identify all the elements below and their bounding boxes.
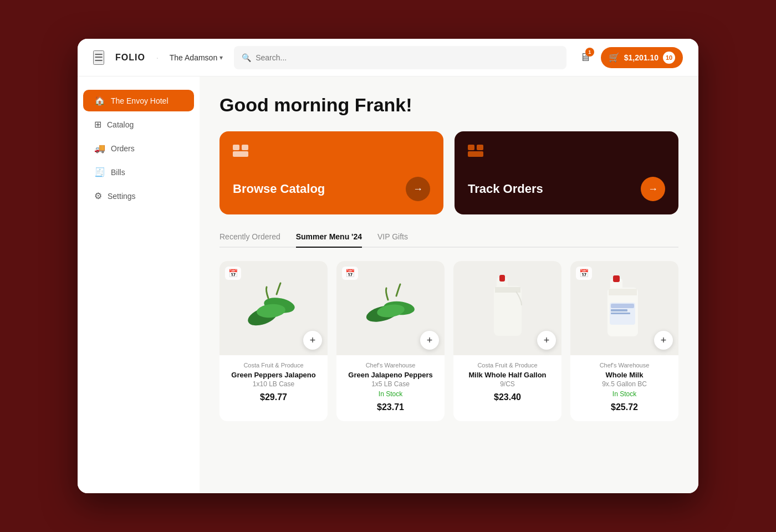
- product-img-1: [238, 269, 310, 347]
- svg-rect-21: [611, 304, 634, 308]
- header-actions: 🖥 1 🛒 $1,201.10 10: [578, 47, 683, 68]
- product-grid: 📅 +: [219, 261, 678, 421]
- sidebar-item-settings[interactable]: ⚙ Settings: [83, 185, 194, 207]
- app-window: ☰ FOLIO · The Adamson ▾ 🔍 🖥 1 🛒 $1,201.1…: [78, 39, 698, 493]
- sidebar-label-orders: Orders: [111, 144, 135, 153]
- add-button-2[interactable]: +: [420, 331, 439, 350]
- product-supplier-1: Costa Fruit & Produce: [227, 362, 320, 369]
- notification-badge: 1: [585, 48, 594, 57]
- sidebar-label-catalog: Catalog: [107, 120, 134, 129]
- product-name-4: Whole Milk: [578, 371, 671, 379]
- sidebar-item-catalog[interactable]: ⊞ Catalog: [83, 114, 194, 135]
- add-button-4[interactable]: +: [654, 331, 673, 350]
- cart-button[interactable]: 🛒 $1,201.10 10: [601, 47, 683, 68]
- track-orders-bottom: Track Orders →: [468, 177, 665, 201]
- browse-catalog-icon: [233, 145, 430, 160]
- product-name-3: Milk Whole Half Gallon: [461, 371, 554, 379]
- product-price-3: $23.40: [461, 392, 554, 402]
- logo-text: FOLIO: [115, 53, 145, 63]
- product-info-4: Chef's Warehouse Whole Milk 9x.5 Gallon …: [570, 355, 678, 412]
- location-label: The Adamson: [170, 53, 217, 62]
- orders-icon: 🚚: [94, 143, 105, 154]
- product-unit-4: 9x.5 Gallon BC: [578, 380, 671, 388]
- product-unit-3: 9/CS: [461, 380, 554, 388]
- search-bar: 🔍: [234, 46, 566, 69]
- product-name-2: Green Jalapeno Peppers: [344, 371, 437, 379]
- schedule-icon-4: 📅: [576, 267, 592, 280]
- product-img-4: [589, 269, 661, 347]
- svg-rect-22: [611, 309, 627, 311]
- home-icon: 🏠: [94, 95, 105, 106]
- product-supplier-2: Chef's Warehouse: [344, 362, 437, 369]
- product-image-wrap-3: +: [453, 261, 561, 355]
- search-icon: 🔍: [242, 53, 251, 62]
- product-price-1: $29.77: [227, 392, 320, 402]
- svg-rect-3: [468, 145, 474, 150]
- sidebar-item-orders[interactable]: 🚚 Orders: [83, 137, 194, 159]
- product-card-4: 📅: [570, 261, 678, 421]
- product-img-2: [355, 269, 427, 347]
- header-divider: ·: [156, 53, 159, 62]
- location-selector[interactable]: The Adamson ▾: [170, 53, 223, 62]
- sidebar-label-home: The Envoy Hotel: [111, 96, 169, 105]
- cart-amount: $1,201.10: [624, 53, 658, 62]
- header: ☰ FOLIO · The Adamson ▾ 🔍 🖥 1 🛒 $1,201.1…: [78, 39, 698, 76]
- svg-rect-0: [233, 145, 239, 150]
- svg-rect-1: [242, 145, 248, 150]
- svg-rect-14: [499, 275, 505, 282]
- product-unit-2: 1x5 LB Case: [344, 380, 437, 388]
- product-price-2: $23.71: [344, 402, 437, 412]
- sidebar-item-bills[interactable]: 🧾 Bills: [83, 161, 194, 183]
- browse-catalog-arrow: →: [406, 177, 430, 201]
- product-card-2: 📅 + Chef's W: [336, 261, 445, 421]
- product-image-wrap-1: 📅 +: [219, 261, 328, 355]
- product-status-4: In Stock: [578, 390, 671, 398]
- schedule-icon-1: 📅: [225, 267, 241, 280]
- tab-recently-ordered[interactable]: Recently Ordered: [219, 232, 280, 248]
- bills-icon: 🧾: [94, 167, 105, 177]
- product-supplier-4: Chef's Warehouse: [578, 362, 671, 369]
- cart-count: 10: [663, 52, 675, 64]
- track-orders-arrow: →: [641, 177, 665, 201]
- settings-icon: ⚙: [94, 191, 102, 201]
- product-price-4: $25.72: [578, 402, 671, 412]
- search-input[interactable]: [256, 53, 559, 62]
- add-button-1[interactable]: +: [303, 331, 322, 350]
- product-image-wrap-4: 📅: [570, 261, 678, 355]
- product-status-2: In Stock: [344, 390, 437, 398]
- notification-button[interactable]: 🖥 1: [578, 49, 593, 66]
- chevron-down-icon: ▾: [219, 54, 223, 62]
- browse-catalog-card[interactable]: Browse Catalog →: [219, 131, 443, 214]
- schedule-icon-2: 📅: [342, 267, 358, 280]
- track-orders-card[interactable]: Track Orders →: [455, 131, 678, 214]
- sidebar-item-home[interactable]: 🏠 The Envoy Hotel: [83, 90, 194, 111]
- product-card-3: + Costa Fruit & Produce Milk Whole Half …: [453, 261, 561, 421]
- sidebar-label-settings: Settings: [108, 192, 136, 201]
- add-button-3[interactable]: +: [537, 331, 556, 350]
- product-name-1: Green Peppers Jalapeno: [227, 371, 320, 379]
- product-supplier-3: Costa Fruit & Produce: [461, 362, 554, 369]
- product-unit-1: 1x10 LB Case: [227, 380, 320, 388]
- product-img-3: [472, 269, 544, 347]
- tab-vip-gifts[interactable]: VIP Gifts: [377, 232, 408, 248]
- action-cards: Browse Catalog → Track Orders →: [219, 131, 678, 214]
- page-greeting: Good morning Frank!: [219, 94, 678, 116]
- track-orders-icon: [468, 145, 665, 160]
- body: 🏠 The Envoy Hotel ⊞ Catalog 🚚 Orders 🧾 B…: [78, 76, 698, 493]
- menu-button[interactable]: ☰: [93, 50, 104, 65]
- svg-rect-23: [611, 313, 630, 314]
- browse-catalog-bottom: Browse Catalog →: [233, 177, 430, 201]
- svg-rect-4: [477, 145, 483, 150]
- logo: FOLIO: [115, 53, 145, 63]
- track-orders-label: Track Orders: [468, 182, 543, 196]
- svg-rect-18: [613, 275, 620, 282]
- product-info-3: Costa Fruit & Produce Milk Whole Half Ga…: [453, 355, 561, 402]
- tab-summer-menu[interactable]: Summer Menu '24: [296, 232, 362, 248]
- product-image-wrap-2: 📅 +: [336, 261, 445, 355]
- main-content: Good morning Frank! Browse Catalog →: [200, 76, 698, 493]
- svg-rect-5: [468, 151, 483, 157]
- cart-icon: 🛒: [609, 52, 620, 63]
- sidebar: 🏠 The Envoy Hotel ⊞ Catalog 🚚 Orders 🧾 B…: [78, 76, 200, 493]
- product-info-2: Chef's Warehouse Green Jalapeno Peppers …: [336, 355, 445, 412]
- sidebar-label-bills: Bills: [111, 168, 125, 177]
